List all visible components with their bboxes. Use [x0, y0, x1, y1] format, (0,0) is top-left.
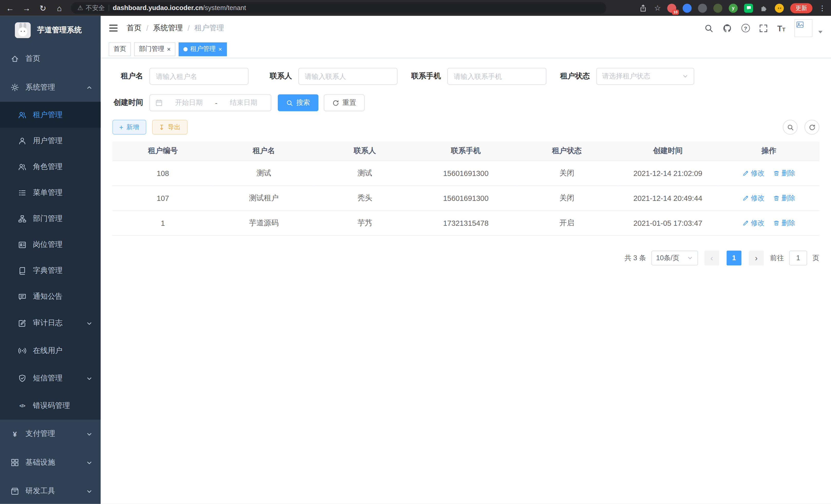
- sidebar-item-pay[interactable]: ¥ 支付管理: [0, 420, 101, 448]
- tab-home[interactable]: 首页: [109, 42, 131, 56]
- prev-icon: ‹: [711, 253, 713, 262]
- refresh-table-button[interactable]: [805, 120, 820, 135]
- delete-link[interactable]: 删除: [773, 218, 796, 228]
- font-size-icon[interactable]: TT: [777, 24, 785, 32]
- sidebar-item-menu[interactable]: 菜单管理: [0, 180, 101, 206]
- browser-home-icon[interactable]: ⌂: [55, 4, 64, 12]
- breadcrumb-separator: /: [146, 24, 148, 32]
- extension-icon-chat[interactable]: [744, 3, 753, 12]
- browser-forward-icon[interactable]: →: [22, 4, 31, 12]
- date-separator: -: [215, 99, 218, 107]
- sidebar-item-dict[interactable]: 字典管理: [0, 258, 101, 283]
- edit-link[interactable]: 修改: [742, 218, 765, 228]
- cell-status: 关闭: [516, 185, 617, 210]
- search-button[interactable]: 搜索: [278, 94, 319, 111]
- sidebar-menu: 首页 系统管理 租户管理 用户管理: [0, 45, 101, 504]
- address-bar[interactable]: ⚠ 不安全 dashboard.yudao.iocoder.cn/system/…: [71, 2, 606, 13]
- avatar[interactable]: [795, 19, 812, 37]
- navbar-actions: ? TT: [704, 19, 823, 37]
- sidebar-item-sms[interactable]: 短信管理: [0, 364, 101, 392]
- page-size-select[interactable]: 10条/页: [651, 250, 698, 265]
- sidebar-item-error-code[interactable]: </> 错误码管理: [0, 392, 101, 419]
- extension-icon-5[interactable]: y: [729, 3, 738, 12]
- cell-mobile: 15601691300: [415, 160, 516, 185]
- tenant-name-label: 租户名: [112, 71, 143, 81]
- share-icon[interactable]: [639, 3, 648, 12]
- prev-page-button[interactable]: ‹: [704, 250, 719, 265]
- reset-button[interactable]: 重置: [324, 94, 365, 111]
- url-domain: dashboard.yudao.iocoder.cn: [113, 4, 203, 12]
- extension-icon-2[interactable]: [683, 3, 692, 12]
- sidebar-item-system[interactable]: 系统管理: [0, 73, 101, 102]
- app-logo[interactable]: 芋道管理系统: [0, 16, 101, 45]
- extension-icon-1[interactable]: 10: [667, 3, 676, 12]
- download-icon: ↧: [159, 124, 165, 131]
- breadcrumb-system[interactable]: 系统管理: [153, 23, 183, 33]
- tab-label: 部门管理: [139, 45, 164, 53]
- close-icon[interactable]: ×: [219, 46, 222, 52]
- cell-actions: 修改删除: [718, 210, 819, 235]
- contact-input[interactable]: [298, 68, 398, 85]
- breadcrumb: 首页 / 系统管理 / 租户管理: [127, 23, 224, 33]
- tenant-status-select[interactable]: 请选择租户状态: [596, 68, 694, 85]
- tab-dept[interactable]: 部门管理 ×: [134, 42, 175, 56]
- cell-tenant-id: 108: [112, 160, 213, 185]
- toggle-search-button[interactable]: [783, 120, 798, 135]
- sidebar-item-user[interactable]: 用户管理: [0, 128, 101, 154]
- fullscreen-icon[interactable]: [759, 23, 768, 33]
- delete-link[interactable]: 删除: [773, 193, 796, 203]
- extensions-puzzle-icon[interactable]: [760, 3, 769, 12]
- mobile-input[interactable]: [447, 68, 547, 85]
- sidebar-item-audit-log[interactable]: 审计日志: [0, 309, 101, 337]
- sidebar-item-online-user[interactable]: 在线用户: [0, 337, 101, 364]
- bookmark-star-icon[interactable]: ☆: [654, 4, 661, 12]
- browser-menu-icon[interactable]: ⋮: [819, 4, 826, 12]
- next-page-button[interactable]: ›: [749, 250, 764, 265]
- chrome-update-button[interactable]: 更新: [790, 3, 812, 13]
- breadcrumb-home[interactable]: 首页: [127, 23, 142, 33]
- security-label: 不安全: [86, 3, 105, 12]
- close-icon[interactable]: ×: [167, 46, 171, 52]
- delete-link[interactable]: 删除: [773, 168, 796, 178]
- tab-tenant[interactable]: 租户管理 ×: [179, 42, 227, 56]
- trash-icon: [773, 195, 780, 201]
- add-button[interactable]: + 新增: [112, 120, 146, 135]
- browser-reload-icon[interactable]: ↻: [38, 4, 48, 12]
- sidebar-item-devtool[interactable]: 研发工具: [0, 477, 101, 504]
- cell-tenant-name: 测试租户: [213, 185, 314, 210]
- edit-label: 修改: [751, 218, 765, 228]
- sidebar-item-post[interactable]: 岗位管理: [0, 232, 101, 258]
- avatar-caret-icon[interactable]: [819, 31, 823, 33]
- github-icon[interactable]: [723, 23, 732, 33]
- create-time-range-picker[interactable]: 开始日期 - 结束日期: [149, 94, 271, 111]
- page-1-button[interactable]: 1: [727, 250, 742, 265]
- cell-created: 2021-12-14 21:02:09: [617, 160, 718, 185]
- sidebar-collapse-icon[interactable]: [109, 23, 118, 33]
- sidebar-item-infra[interactable]: 基础设施: [0, 448, 101, 477]
- address-divider: [109, 5, 109, 11]
- sidebar-item-dept[interactable]: 部门管理: [0, 206, 101, 232]
- system-submenu: 租户管理 用户管理 角色管理 菜单管理: [0, 102, 101, 420]
- tenant-name-input[interactable]: [149, 68, 249, 85]
- chevron-down-icon: [687, 255, 693, 261]
- search-icon[interactable]: [704, 23, 714, 33]
- code-icon: </>: [18, 404, 26, 408]
- pencil-icon: [742, 195, 749, 201]
- browser-back-icon[interactable]: ←: [5, 4, 15, 12]
- edit-link[interactable]: 修改: [742, 193, 765, 203]
- sidebar-item-home[interactable]: 首页: [0, 45, 101, 73]
- delete-label: 删除: [782, 218, 796, 228]
- extension-icon-3[interactable]: [698, 3, 707, 12]
- extension-badge: 10: [672, 9, 679, 14]
- extension-icon-emoji[interactable]: [775, 3, 784, 12]
- edit-link[interactable]: 修改: [742, 168, 765, 178]
- help-icon[interactable]: ?: [741, 24, 750, 32]
- sidebar-item-tenant[interactable]: 租户管理: [0, 102, 101, 128]
- cell-contact: 测试: [314, 160, 415, 185]
- extension-icon-4[interactable]: [713, 3, 722, 12]
- security-indicator[interactable]: ⚠ 不安全: [77, 3, 105, 12]
- sidebar-item-notice[interactable]: 通知公告: [0, 283, 101, 309]
- export-button[interactable]: ↧ 导出: [152, 120, 187, 135]
- sidebar-item-role[interactable]: 角色管理: [0, 154, 101, 180]
- goto-page-input[interactable]: [789, 250, 807, 265]
